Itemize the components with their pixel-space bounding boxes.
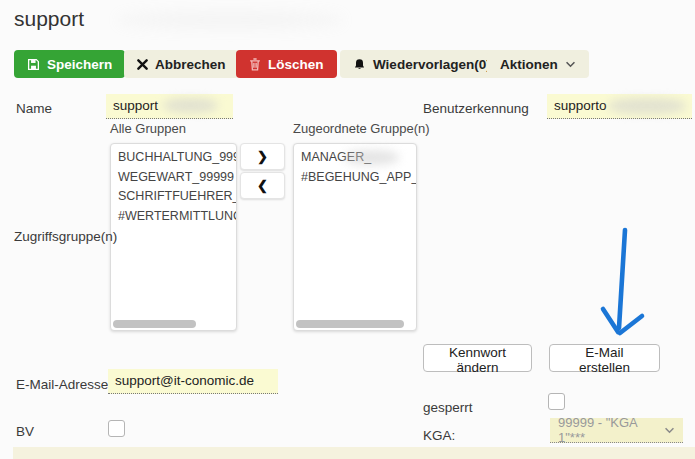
- name-label: Name: [16, 101, 52, 116]
- user-edit-page: support Speichern Abbrechen Löschen Wied…: [0, 0, 695, 459]
- x-icon: [137, 59, 148, 70]
- redaction-smudge: [163, 98, 218, 113]
- redaction-smudge: [608, 98, 686, 114]
- all-groups-label: Alle Gruppen: [110, 121, 186, 136]
- chevron-down-icon: [565, 61, 576, 68]
- list-item[interactable]: SCHRIFTFUEHRER_9999: [111, 187, 236, 207]
- annotation-arrow-icon: [580, 222, 660, 347]
- chevron-left-icon: ❮: [257, 178, 268, 193]
- all-groups-list[interactable]: BUCHHALTUNG_99999 WEGEWART_99999 SCHRIFT…: [110, 143, 237, 331]
- email-input[interactable]: support@it-conomic.de: [108, 369, 278, 394]
- chevron-down-icon: [664, 427, 675, 434]
- horizontal-scrollbar[interactable]: [113, 320, 196, 328]
- user-id-value: supporto: [554, 98, 607, 113]
- kga-label: KGA:: [423, 428, 455, 443]
- email-label: E-Mail-Adresse: [16, 377, 108, 392]
- move-right-button[interactable]: ❯: [240, 143, 285, 170]
- assigned-groups-list[interactable]: MANAGER_ #BEGEHUNG_APP_9999: [293, 143, 417, 331]
- delete-button-label: Löschen: [268, 57, 324, 72]
- bv-label: BV: [16, 424, 34, 439]
- resubmission-button[interactable]: Wiedervorlagen(0): [340, 50, 504, 78]
- kga-selected-value: 99999 - "KGA 1"***: [558, 415, 664, 445]
- list-item[interactable]: WEGEWART_99999: [111, 168, 236, 188]
- create-email-button[interactable]: E-Mail erstellen: [549, 344, 660, 372]
- name-value: support: [113, 98, 158, 113]
- bottom-panel-edge: [13, 447, 695, 459]
- bell-icon: [353, 58, 366, 71]
- save-icon: [27, 58, 40, 71]
- resubmission-button-label: Wiedervorlagen(0): [373, 57, 491, 72]
- cancel-button-label: Abbrechen: [155, 57, 226, 72]
- delete-button[interactable]: Löschen: [236, 50, 337, 78]
- list-item[interactable]: BUCHHALTUNG_99999: [111, 148, 236, 168]
- page-title: support: [14, 7, 84, 31]
- change-password-button[interactable]: Kennwort ändern: [423, 344, 532, 372]
- access-groups-label: Zugriffsgruppe(n): [14, 229, 117, 244]
- trash-icon: [249, 58, 261, 71]
- kga-select[interactable]: 99999 - "KGA 1"***: [550, 418, 683, 443]
- email-value: support@it-conomic.de: [115, 373, 254, 388]
- assigned-groups-label: Zugeordnete Gruppe(n): [293, 121, 430, 136]
- list-item[interactable]: #BEGEHUNG_APP_9999: [294, 168, 416, 188]
- locked-label: gesperrt: [423, 400, 473, 415]
- horizontal-scrollbar[interactable]: [296, 320, 404, 328]
- cancel-button[interactable]: Abbrechen: [124, 50, 239, 78]
- save-button[interactable]: Speichern: [14, 50, 125, 78]
- actions-menu-button[interactable]: Aktionen: [487, 50, 589, 78]
- redaction-smudge: [118, 11, 343, 29]
- bv-checkbox[interactable]: [108, 420, 125, 437]
- actions-button-label: Aktionen: [500, 57, 558, 72]
- locked-checkbox[interactable]: [548, 393, 565, 410]
- redaction-smudge: [344, 150, 399, 165]
- user-id-label: Benutzerkennung: [423, 101, 529, 116]
- move-left-button[interactable]: ❮: [240, 172, 285, 199]
- list-item[interactable]: #WERTERMITTLUNGS_A: [111, 207, 236, 227]
- save-button-label: Speichern: [47, 57, 112, 72]
- chevron-right-icon: ❯: [257, 149, 268, 164]
